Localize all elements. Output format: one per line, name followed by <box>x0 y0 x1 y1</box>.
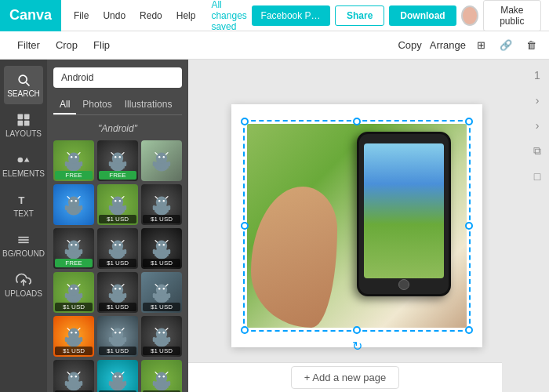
menu-help[interactable]: Help <box>170 7 202 24</box>
filter-button[interactable]: Filter <box>9 36 48 54</box>
svg-rect-55 <box>70 210 72 214</box>
svg-point-49 <box>71 200 72 201</box>
svg-point-159 <box>115 332 116 333</box>
handle-bottom-right[interactable] <box>465 326 473 334</box>
chevron-down-icon[interactable]: › <box>533 116 543 135</box>
svg-line-117 <box>67 285 69 286</box>
asset-cell[interactable]: $1 USD <box>53 316 94 357</box>
svg-point-92 <box>112 241 123 252</box>
doc-title[interactable]: Facebook Post ... <box>252 5 330 26</box>
tab-illustrations[interactable]: Illustrations <box>118 96 179 114</box>
tab-photos[interactable]: Photos <box>76 96 118 114</box>
sidebar-item-uploads[interactable]: UPLOADS <box>4 266 43 304</box>
svg-line-74 <box>166 197 168 198</box>
share-button[interactable]: Share <box>335 5 384 26</box>
svg-rect-144 <box>163 298 165 302</box>
svg-point-158 <box>112 328 123 339</box>
svg-point-50 <box>75 200 77 201</box>
sidebar-item-layouts[interactable]: LAYOUTS <box>4 106 43 144</box>
svg-rect-22 <box>70 166 72 170</box>
svg-point-105 <box>163 244 165 245</box>
delete-page-icon[interactable]: □ <box>531 167 544 186</box>
asset-cell[interactable] <box>53 184 94 225</box>
svg-rect-65 <box>124 205 126 210</box>
topbar: Canva File Undo Redo Help All changes sa… <box>0 0 549 31</box>
asset-cell[interactable]: $1 USD <box>141 272 182 313</box>
sidebar-item-search[interactable]: SEARCH <box>4 66 43 104</box>
svg-rect-199 <box>119 386 122 390</box>
image-element[interactable] <box>247 124 467 328</box>
svg-line-150 <box>67 328 69 330</box>
svg-rect-23 <box>75 166 78 170</box>
svg-point-0 <box>19 75 27 83</box>
asset-cell[interactable]: FREE <box>53 228 94 269</box>
secondbar-right: Copy Arrange ⊞ 🔗 🗑 <box>398 38 540 53</box>
svg-rect-33 <box>114 166 116 170</box>
rotate-handle[interactable]: ↻ <box>352 339 362 354</box>
asset-cell[interactable]: $1 USD <box>97 184 138 225</box>
tab-all[interactable]: All <box>53 96 76 114</box>
make-public-button[interactable]: Make public <box>483 0 541 31</box>
svg-point-136 <box>156 285 167 296</box>
asset-cell[interactable] <box>141 140 182 181</box>
svg-rect-163 <box>109 337 111 342</box>
svg-rect-108 <box>153 249 155 254</box>
asset-cell[interactable]: $1 USD <box>97 316 138 357</box>
svg-point-28 <box>119 156 121 158</box>
arrange-label[interactable]: Arrange <box>430 39 466 51</box>
svg-point-138 <box>163 288 165 289</box>
svg-rect-166 <box>119 342 122 346</box>
search-input[interactable] <box>53 67 182 88</box>
svg-point-39 <box>163 156 165 158</box>
svg-rect-164 <box>124 337 126 342</box>
svg-rect-207 <box>153 381 155 386</box>
asset-cell[interactable]: $1 USD <box>97 360 138 392</box>
avatar[interactable] <box>461 5 478 26</box>
menu-undo[interactable]: Undo <box>96 7 132 24</box>
svg-text:T: T <box>18 194 24 206</box>
svg-point-192 <box>115 376 116 377</box>
svg-line-18 <box>67 153 69 154</box>
flip-button[interactable]: Flip <box>85 36 118 54</box>
sidebar-item-text[interactable]: T TEXT <box>4 186 43 224</box>
svg-line-30 <box>122 153 124 154</box>
asset-grid: FREE FREE <box>53 140 182 392</box>
grid-icon[interactable]: ⊞ <box>474 38 489 53</box>
asset-cell[interactable]: FREE <box>97 140 138 181</box>
svg-rect-141 <box>153 293 155 298</box>
asset-cell[interactable]: $1 USD <box>53 360 94 392</box>
menu-redo[interactable]: Redo <box>133 7 169 24</box>
svg-rect-176 <box>158 342 160 346</box>
svg-rect-78 <box>163 210 165 214</box>
sidebar-item-background[interactable]: BG/ROUND <box>4 226 43 264</box>
trash-icon[interactable]: 🗑 <box>523 38 540 53</box>
svg-line-183 <box>67 372 69 374</box>
crop-button[interactable]: Crop <box>48 36 85 54</box>
add-page-button[interactable]: + Add a new page <box>291 366 399 389</box>
svg-rect-53 <box>65 205 67 210</box>
chevron-up-icon[interactable]: › <box>533 91 543 110</box>
menu-file[interactable]: File <box>67 7 95 24</box>
copy-page-icon[interactable]: ⧉ <box>530 141 544 161</box>
download-button[interactable]: Download <box>389 5 456 26</box>
asset-cell[interactable]: $1 USD <box>141 360 182 392</box>
svg-rect-119 <box>65 293 67 298</box>
link-icon[interactable]: 🔗 <box>496 38 515 53</box>
sidebar-item-elements[interactable]: ELEMENTS <box>4 146 43 184</box>
svg-rect-209 <box>158 386 160 390</box>
svg-rect-67 <box>119 210 122 214</box>
copy-label[interactable]: Copy <box>398 39 421 51</box>
asset-cell[interactable]: $1 USD <box>141 228 182 269</box>
svg-point-70 <box>156 197 167 208</box>
asset-cell[interactable]: $1 USD <box>97 228 138 269</box>
svg-rect-42 <box>153 162 155 166</box>
canva-logo[interactable]: Canva <box>0 0 61 31</box>
asset-cell[interactable]: $1 USD <box>97 272 138 313</box>
svg-line-52 <box>78 197 80 198</box>
asset-cell[interactable]: $1 USD <box>141 316 182 357</box>
asset-cell[interactable]: $1 USD <box>141 184 182 225</box>
canvas-area[interactable]: ↻ + Add a new page <box>188 60 525 392</box>
asset-cell[interactable]: $1 USD <box>53 272 94 313</box>
canvas-page: ↻ <box>231 104 482 347</box>
asset-cell[interactable]: FREE <box>53 140 94 181</box>
